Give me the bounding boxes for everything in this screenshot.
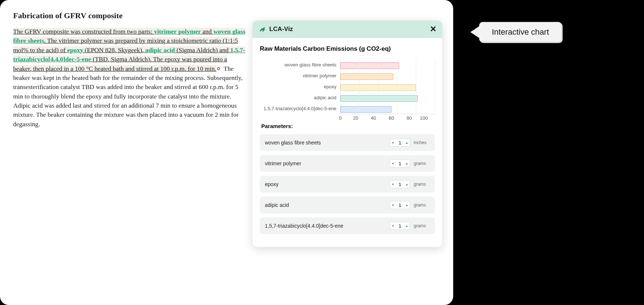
callout-arrow-icon <box>471 26 479 38</box>
stepper-value: 1 <box>396 140 404 146</box>
stepper-value: 1 <box>396 161 404 166</box>
chart-tick-label: 40 <box>371 115 376 123</box>
panel-body: Raw Materials Carbon Emissions (g CO2-eq… <box>252 38 442 247</box>
article-column: Fabrication of GFRV composite The GFRV c… <box>13 11 247 129</box>
chart-tick-label: 80 <box>406 115 412 123</box>
chart-bars <box>340 59 435 114</box>
lca-viz-panel: LCA-Viz ✕ Raw Materials Carbon Emissions… <box>252 20 442 247</box>
chart-category-label: adipic acid <box>263 95 340 100</box>
parameter-row: adipic acid▼1▲grams <box>260 197 435 213</box>
parameters-heading: Parameters: <box>261 123 435 129</box>
parameter-row: woven glass fibre sheets▼1▲inches <box>260 134 435 151</box>
parameter-row: 1,5,7-triazabicyclo[4.4.0]dec-5-ene▼1▲gr… <box>260 217 435 234</box>
quantity-stepper[interactable]: ▼1▲ <box>390 139 410 147</box>
stepper-decrement[interactable]: ▼ <box>390 222 396 229</box>
callout-annotation: Interactive chart <box>471 22 562 42</box>
parameters-list: woven glass fibre sheets▼1▲inchesvitrime… <box>260 134 435 234</box>
stepper-decrement[interactable]: ▼ <box>390 181 396 188</box>
parameter-unit: grams <box>414 223 430 228</box>
text-segment: (Sigma Aldrich) and <box>175 46 230 54</box>
quantity-stepper[interactable]: ▼1▲ <box>390 159 410 167</box>
link-epoxy[interactable]: epoxy <box>67 46 83 54</box>
chart-bar <box>340 106 392 113</box>
chart-category-label: epoxy <box>263 84 340 89</box>
chart-category-label: vitrimer polymer <box>263 73 340 78</box>
chart-category-label: 1,5,7-triazabicyclo[4.4.0]dec-5-ene <box>263 106 340 111</box>
highlighted-text: The GFRV composite was constructed from … <box>13 28 246 72</box>
parameter-name: 1,5,7-triazabicyclo[4.4.0]dec-5-ene <box>265 223 390 229</box>
parameter-name: adipic acid <box>265 202 390 208</box>
chart-tick-label: 60 <box>389 115 394 123</box>
chart-title: Raw Materials Carbon Emissions (g CO2-eq… <box>260 45 435 53</box>
chart-tick-label: 0 <box>339 115 342 123</box>
bar-chart: woven glass fibre sheetsvitrimer polymer… <box>260 59 435 114</box>
parameter-unit: grams <box>414 202 430 208</box>
article-page: Fabrication of GFRV composite The GFRV c… <box>0 0 453 305</box>
chart-plot: 020406080100 <box>340 59 435 114</box>
text-segment: (EPON 828, Skygeek), <box>83 46 145 54</box>
stepper-decrement[interactable]: ▼ <box>390 201 396 209</box>
stepper-value: 1 <box>396 182 404 187</box>
close-button[interactable]: ✕ <box>430 24 436 34</box>
parameter-row: vitrimer polymer▼1▲grams <box>260 155 435 172</box>
parameter-unit: inches <box>414 140 430 145</box>
chart-category-label: woven glass fibre sheets <box>263 62 340 67</box>
chart-bar <box>340 95 418 102</box>
chart-tick-label: 100 <box>420 115 428 123</box>
stepper-decrement[interactable]: ▼ <box>390 139 396 146</box>
stepper-decrement[interactable]: ▼ <box>390 160 396 167</box>
quantity-stepper[interactable]: ▼1▲ <box>390 180 410 188</box>
chart-bar <box>340 73 393 80</box>
quantity-stepper[interactable]: ▼1▲ <box>390 222 410 230</box>
stepper-value: 1 <box>396 223 404 229</box>
stepper-increment[interactable]: ▲ <box>404 139 410 146</box>
parameter-name: woven glass fibre sheets <box>265 140 390 146</box>
parameter-name: epoxy <box>265 181 390 187</box>
text-segment: and <box>201 28 213 35</box>
parameter-unit: grams <box>414 161 430 166</box>
article-body: The GFRV composite was constructed from … <box>13 27 247 129</box>
stepper-increment[interactable]: ▲ <box>404 222 410 229</box>
stepper-increment[interactable]: ▲ <box>404 201 410 209</box>
chart-x-ticks: 020406080100 <box>340 115 435 123</box>
link-adipic-acid[interactable]: adipic acid <box>145 46 175 54</box>
stepper-value: 1 <box>396 202 404 208</box>
text-segment: The beaker was kept in the heated bath f… <box>13 65 243 128</box>
chart-tick-label: 20 <box>353 115 358 123</box>
callout-label: Interactive chart <box>479 22 562 42</box>
text-segment: The GFRV composite was constructed from … <box>13 28 154 35</box>
leaf-icon <box>258 26 266 33</box>
chart-y-labels: woven glass fibre sheetsvitrimer polymer… <box>263 59 340 114</box>
link-vitrimer-polymer[interactable]: vitrimer polymer <box>154 28 201 35</box>
panel-title: LCA-Viz <box>269 26 430 33</box>
parameter-unit: grams <box>414 182 430 187</box>
marker-dot-icon <box>217 67 220 70</box>
article-heading: Fabrication of GFRV composite <box>13 11 247 20</box>
parameter-row: epoxy▼1▲grams <box>260 176 435 193</box>
parameter-name: vitrimer polymer <box>265 161 390 166</box>
quantity-stepper[interactable]: ▼1▲ <box>390 201 410 209</box>
stepper-increment[interactable]: ▲ <box>404 160 410 167</box>
chart-bar <box>340 62 399 69</box>
stepper-increment[interactable]: ▲ <box>404 181 410 188</box>
panel-header: LCA-Viz ✕ <box>252 20 442 38</box>
